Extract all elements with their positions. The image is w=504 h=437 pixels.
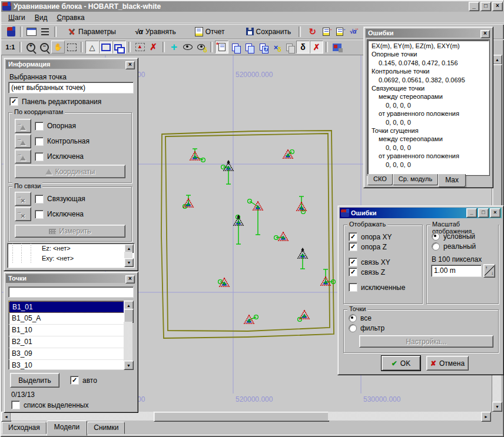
show-errors-vectors-button[interactable]: δ [194,41,208,54]
h-scroll-track[interactable] [11,412,154,421]
dialog-maximize-button[interactable]: □ [478,208,489,218]
tree-scroll-down[interactable]: ▼ [124,258,134,267]
radio-option-row[interactable]: фильтр [349,324,384,332]
close-icon[interactable]: × [125,275,135,283]
errors-panel-title[interactable]: Ошибки × [366,29,491,38]
radio-option-row[interactable]: все [349,314,372,322]
h-scroll-track[interactable] [328,412,481,421]
pan-button[interactable]: ✋ [51,41,65,54]
parameters-button[interactable]: Параметры [65,25,119,38]
display-option-checkbox[interactable]: ✓ [349,242,357,251]
maximize-button[interactable]: □ [480,2,491,11]
point-list-item[interactable]: B3_10 [9,360,124,370]
image-list-button[interactable] [228,41,242,54]
point-marker-check[interactable] [224,160,233,171]
export-adjustment-button[interactable]: → [333,25,346,38]
exclude-errors-button[interactable]: ×δ [269,41,283,54]
errors-dialog-title-bar[interactable]: Ошибки _ □ × [340,208,502,218]
point-type-checkbox[interactable] [35,137,44,146]
scroll-up-button[interactable]: ▲ [492,55,502,65]
assign-ground-button[interactable]: → [15,134,31,148]
display-option-checkbox[interactable] [349,283,357,292]
errors-tab-avg[interactable]: Ср. модуль [393,174,438,185]
points-list[interactable]: B1_01B1_05_AB1_10B2_01B3_09B3_10 [8,301,125,370]
edit-panel-checkbox-row[interactable]: ✓ Панель редактирования [9,97,101,106]
assign-tie-button[interactable]: →✕ [15,192,31,206]
radio-button[interactable] [349,314,357,322]
points-panel-title[interactable]: Точки × [6,274,136,283]
add-point-button[interactable]: + [167,41,181,54]
cancel-button[interactable]: ✘ Отмена [426,356,469,371]
select-point-button[interactable]: ▲ [133,41,147,54]
point-list-item[interactable]: B1_01 [9,301,124,313]
display-option-row[interactable]: ✓связь Z [349,268,385,276]
point-type-checkbox[interactable] [35,122,44,131]
h-scrollbar[interactable]: ◄ ► [1,412,491,421]
minimize-button[interactable]: _ [469,2,479,11]
point-type-checkbox[interactable] [35,152,44,161]
auto-checkbox[interactable]: ✓ [70,376,79,385]
point-list-item[interactable]: B1_10 [9,325,124,336]
display-option-row[interactable]: ✓связь XY [349,258,390,266]
zoom-in-button[interactable]: + [24,41,38,54]
bottom-tab[interactable]: Снимки [87,422,125,434]
point-type-checkbox[interactable] [35,195,44,204]
display-option-checkbox[interactable]: ✓ [349,258,357,266]
selected-list-checkbox-row[interactable]: список выделенных [11,401,88,409]
close-icon[interactable]: × [125,61,135,69]
adjust-button[interactable]: √α Уравнять [132,25,179,38]
bottom-tab[interactable]: Модели [47,421,88,436]
point-marker-ground[interactable] [283,150,293,158]
selected-list-checkbox[interactable] [11,401,20,409]
radio-button[interactable] [349,324,357,332]
points-list-scrollbar[interactable]: ▲ ▼ [124,301,133,369]
h-scroll-thumb[interactable] [154,412,329,422]
save-view-button[interactable] [330,41,344,54]
list-scroll-down[interactable]: ▼ [124,361,134,370]
scroll-down-button[interactable]: ▼ [492,402,502,412]
auto-checkbox-row[interactable]: ✓ авто [70,376,97,385]
scroll-left-button[interactable]: ◄ [1,412,11,422]
save-button[interactable]: Сохранить [243,25,294,38]
menu-item[interactable]: Вид [30,13,52,22]
clear-selection-button[interactable]: ✗ [147,41,160,54]
point-list-item[interactable]: B3_09 [9,348,124,360]
import-adjustment-button[interactable]: → [319,25,333,38]
point-marker-check[interactable] [298,248,307,258]
radio-option-row[interactable]: реальный [432,242,476,251]
dialog-close-button[interactable]: × [490,208,500,218]
close-button[interactable]: × [492,2,503,11]
show-points-button[interactable]: △ [85,41,99,54]
model-list-button[interactable] [242,41,256,54]
select-region-button[interactable] [65,41,78,54]
dialog-minimize-button[interactable]: _ [466,208,477,218]
point-list-item[interactable]: B2_01 [9,336,124,348]
radio-button[interactable] [432,242,440,251]
select-points-button[interactable]: Выделить [10,373,59,388]
scroll-right-button[interactable]: ► [481,412,491,422]
tree-scroll-track[interactable] [124,252,132,258]
display-option-checkbox[interactable]: ✓ [349,268,357,276]
show-images-button[interactable] [99,41,112,54]
point-marker-ground[interactable] [244,315,254,323]
menu-item[interactable]: Шаги [4,13,30,22]
tree-item[interactable]: Exy: <нет> [8,253,134,263]
scale-value-input[interactable]: 1.00 m [431,265,482,277]
assign-tie-button[interactable]: →✕ [15,207,31,221]
show-stereopairs-button[interactable] [112,41,126,54]
point-marker-ground[interactable] [278,232,288,241]
hide-excluded-button[interactable]: ✗ [310,41,323,54]
point-search-input[interactable] [8,286,134,298]
radio-button[interactable] [432,232,440,241]
assign-ground-button[interactable]: → [15,149,31,164]
radio-option-row[interactable]: условный [432,232,475,241]
display-option-row[interactable]: ✓опора Z [349,242,387,251]
tree-item[interactable]: Ez: <нет> [8,243,134,253]
assign-ground-button[interactable]: → [15,119,31,133]
display-option-checkbox[interactable]: ✓ [349,232,357,241]
view-list-button[interactable] [38,25,52,38]
bottom-tab[interactable]: Исходная [2,422,47,434]
view-panels-button[interactable] [25,25,38,38]
ok-button[interactable]: ✔ OK [382,356,420,371]
errors-tab-sko[interactable]: СКО [367,174,393,185]
